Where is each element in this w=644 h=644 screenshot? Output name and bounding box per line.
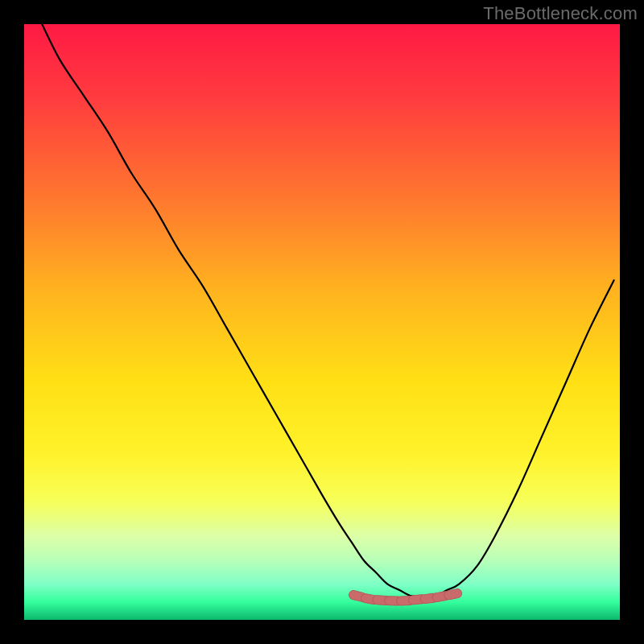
chart-frame: TheBottleneck.com bbox=[0, 0, 644, 644]
bottleneck-chart bbox=[24, 24, 620, 620]
watermark-text: TheBottleneck.com bbox=[483, 3, 638, 24]
chart-svg bbox=[24, 24, 620, 620]
chart-background bbox=[24, 24, 620, 620]
